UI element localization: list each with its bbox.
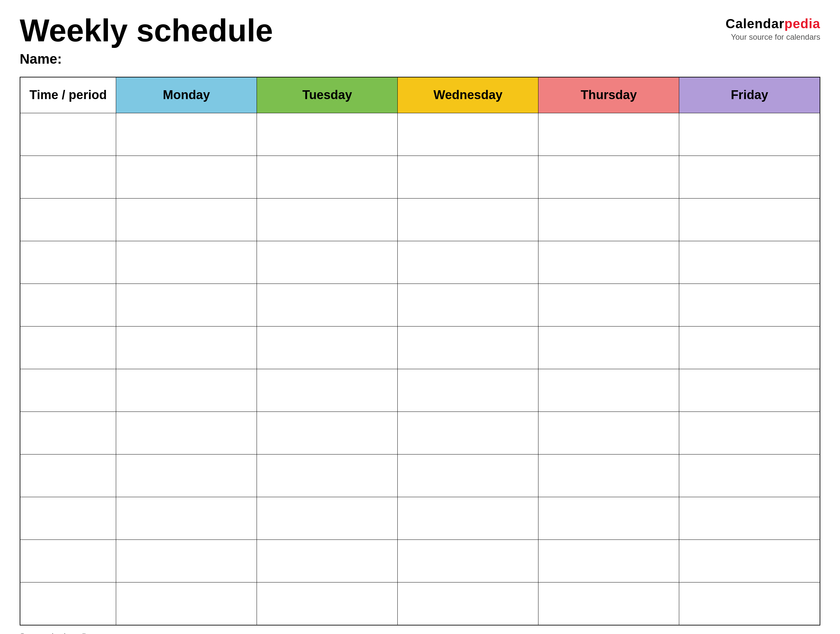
schedule-cell[interactable] (538, 113, 679, 156)
schedule-cell[interactable] (116, 582, 257, 625)
logo-section: Calendarpedia Your source for calendars (725, 16, 820, 42)
time-period-cell[interactable] (20, 284, 116, 327)
time-period-cell[interactable] (20, 113, 116, 156)
col-header-thursday: Thursday (538, 77, 679, 113)
schedule-cell[interactable] (679, 454, 820, 497)
schedule-cell[interactable] (116, 497, 257, 540)
col-header-friday: Friday (679, 77, 820, 113)
schedule-cell[interactable] (116, 241, 257, 284)
table-row (20, 327, 820, 369)
table-row (20, 369, 820, 412)
title-section: Weekly schedule Name: (20, 13, 273, 67)
schedule-cell[interactable] (679, 540, 820, 582)
schedule-cell[interactable] (679, 241, 820, 284)
schedule-cell[interactable] (116, 327, 257, 369)
footer-area: © www.calendarpedia.com (20, 632, 820, 634)
table-row (20, 156, 820, 199)
schedule-cell[interactable] (679, 156, 820, 199)
schedule-cell[interactable] (398, 241, 538, 284)
schedule-cell[interactable] (257, 156, 398, 199)
schedule-cell[interactable] (257, 497, 398, 540)
col-header-wednesday: Wednesday (398, 77, 538, 113)
footer-url: © www.calendarpedia.com (20, 632, 105, 634)
page-title: Weekly schedule (20, 13, 273, 48)
schedule-cell[interactable] (679, 497, 820, 540)
time-period-cell[interactable] (20, 241, 116, 284)
schedule-cell[interactable] (679, 199, 820, 241)
schedule-cell[interactable] (398, 199, 538, 241)
schedule-cell[interactable] (538, 156, 679, 199)
schedule-cell[interactable] (257, 454, 398, 497)
schedule-cell[interactable] (679, 369, 820, 412)
schedule-cell[interactable] (257, 582, 398, 625)
time-period-cell[interactable] (20, 454, 116, 497)
time-period-cell[interactable] (20, 199, 116, 241)
schedule-cell[interactable] (538, 284, 679, 327)
schedule-cell[interactable] (116, 199, 257, 241)
schedule-cell[interactable] (398, 582, 538, 625)
table-row (20, 284, 820, 327)
schedule-cell[interactable] (538, 454, 679, 497)
time-period-cell[interactable] (20, 369, 116, 412)
schedule-cell[interactable] (257, 369, 398, 412)
table-header-row: Time / period Monday Tuesday Wednesday T… (20, 77, 820, 113)
schedule-cell[interactable] (116, 369, 257, 412)
logo-black-text: Calendar (725, 16, 784, 31)
table-row (20, 241, 820, 284)
logo-red-text: pedia (785, 16, 820, 31)
schedule-cell[interactable] (538, 540, 679, 582)
schedule-cell[interactable] (538, 369, 679, 412)
time-period-cell[interactable] (20, 582, 116, 625)
schedule-cell[interactable] (116, 284, 257, 327)
schedule-cell[interactable] (538, 327, 679, 369)
table-row (20, 412, 820, 454)
schedule-body (20, 113, 820, 625)
schedule-cell[interactable] (398, 327, 538, 369)
schedule-cell[interactable] (679, 412, 820, 454)
schedule-cell[interactable] (398, 113, 538, 156)
schedule-cell[interactable] (398, 369, 538, 412)
table-row (20, 582, 820, 625)
header-area: Weekly schedule Name: Calendarpedia Your… (20, 13, 820, 67)
page-container: Weekly schedule Name: Calendarpedia Your… (20, 13, 820, 634)
table-row (20, 199, 820, 241)
schedule-cell[interactable] (116, 412, 257, 454)
schedule-cell[interactable] (116, 113, 257, 156)
schedule-cell[interactable] (257, 540, 398, 582)
time-period-cell[interactable] (20, 327, 116, 369)
table-row (20, 454, 820, 497)
schedule-cell[interactable] (398, 540, 538, 582)
schedule-cell[interactable] (679, 284, 820, 327)
schedule-cell[interactable] (116, 454, 257, 497)
schedule-cell[interactable] (538, 241, 679, 284)
schedule-cell[interactable] (398, 284, 538, 327)
schedule-cell[interactable] (257, 412, 398, 454)
schedule-cell[interactable] (257, 199, 398, 241)
schedule-table: Time / period Monday Tuesday Wednesday T… (20, 77, 820, 626)
schedule-cell[interactable] (257, 241, 398, 284)
schedule-cell[interactable] (398, 454, 538, 497)
schedule-cell[interactable] (398, 412, 538, 454)
schedule-cell[interactable] (538, 582, 679, 625)
logo-tagline: Your source for calendars (731, 33, 820, 42)
schedule-cell[interactable] (398, 497, 538, 540)
logo-text: Calendarpedia (725, 16, 820, 31)
time-period-cell[interactable] (20, 156, 116, 199)
col-header-time: Time / period (20, 77, 116, 113)
schedule-cell[interactable] (538, 412, 679, 454)
schedule-cell[interactable] (398, 156, 538, 199)
schedule-cell[interactable] (679, 113, 820, 156)
schedule-cell[interactable] (257, 327, 398, 369)
schedule-cell[interactable] (679, 582, 820, 625)
schedule-cell[interactable] (538, 497, 679, 540)
schedule-cell[interactable] (257, 113, 398, 156)
schedule-cell[interactable] (538, 199, 679, 241)
schedule-cell[interactable] (116, 156, 257, 199)
schedule-cell[interactable] (116, 540, 257, 582)
col-header-tuesday: Tuesday (257, 77, 398, 113)
schedule-cell[interactable] (257, 284, 398, 327)
time-period-cell[interactable] (20, 497, 116, 540)
time-period-cell[interactable] (20, 540, 116, 582)
schedule-cell[interactable] (679, 327, 820, 369)
time-period-cell[interactable] (20, 412, 116, 454)
